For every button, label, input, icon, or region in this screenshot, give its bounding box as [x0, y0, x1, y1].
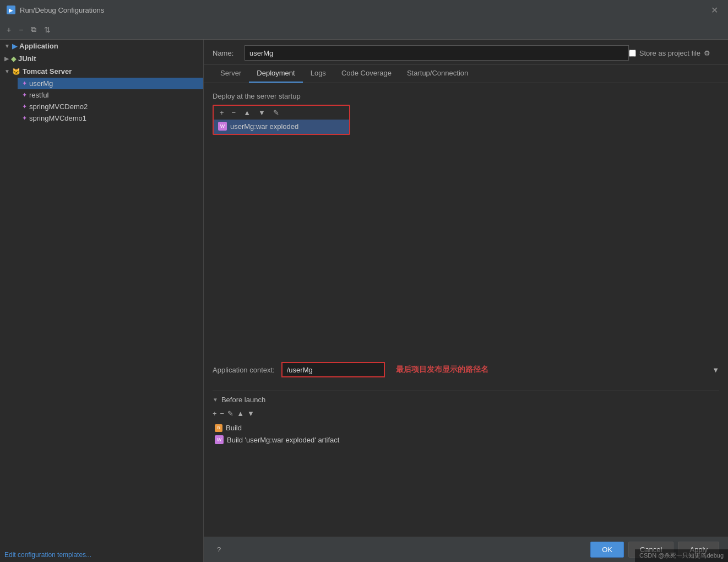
bl-add-button[interactable]: +: [213, 409, 217, 418]
sidebar-item-restful[interactable]: ✦ restful: [18, 89, 203, 101]
before-launch-toolbar: + − ✎ ▲ ▼: [213, 407, 719, 420]
bl-remove-button[interactable]: −: [220, 409, 225, 418]
copy-config-button[interactable]: ⧉: [29, 24, 39, 35]
artifact-icon: ✦: [22, 115, 27, 122]
chevron-icon: ▼: [4, 43, 10, 49]
help-button[interactable]: ?: [213, 542, 225, 557]
bl-up-button[interactable]: ▲: [237, 409, 244, 418]
context-input[interactable]: [281, 362, 385, 377]
watermark: CSDN @杀死一只知更鸟debug: [635, 549, 728, 562]
deploy-section-title: Deploy at the server startup: [213, 92, 719, 100]
config-toolbar: + − ⧉ ⇅: [0, 20, 728, 40]
application-section-label: Application: [19, 42, 58, 50]
sidebar-item-springmvcdemo2[interactable]: ✦ springMVCDemo2: [18, 101, 203, 112]
gear-icon[interactable]: ⚙: [704, 49, 710, 57]
deploy-remove-button[interactable]: −: [230, 108, 238, 117]
sidebar-section-junit[interactable]: ▶ ◆ JUnit: [0, 52, 203, 65]
name-input[interactable]: [245, 45, 629, 61]
title-bar: ▶ Run/Debug Configurations ✕: [0, 0, 728, 20]
sidebar-item-label: userMg: [29, 79, 53, 88]
junit-icon: ◆: [11, 55, 16, 63]
artifact-icon: ✦: [22, 91, 27, 99]
before-launch-item-artifact[interactable]: W Build 'userMg:war exploded' artifact: [213, 434, 719, 446]
artifact-icon: ✦: [22, 80, 27, 87]
chevron-icon: ▶: [4, 56, 9, 62]
remove-config-button[interactable]: −: [17, 24, 25, 35]
content-area: Name: Store as project file ⚙ Server Dep…: [204, 40, 728, 562]
sort-config-button[interactable]: ⇅: [42, 24, 53, 35]
name-label: Name:: [213, 49, 240, 57]
edit-templates-link[interactable]: Edit configuration templates...: [0, 548, 203, 562]
sidebar-section-application[interactable]: ▼ ▶ Application: [0, 40, 203, 52]
sidebar-item-usermg[interactable]: ✦ userMg: [18, 78, 203, 89]
bottom-left: ?: [213, 542, 225, 557]
main-area: ▼ ▶ Application ▶ ◆ JUnit ▼ 🐱 Tomcat Ser…: [0, 40, 728, 562]
tab-startup[interactable]: Startup/Connection: [399, 64, 476, 83]
artifact-war-icon: W: [215, 435, 224, 444]
store-label: Store as project file: [639, 49, 700, 57]
store-row: Store as project file ⚙: [629, 49, 719, 57]
tomcat-section-label: Tomcat Server: [23, 67, 72, 75]
before-launch-chevron: ▼: [213, 397, 218, 403]
application-icon: ▶: [12, 42, 17, 50]
name-area: Name: Store as project file ⚙: [204, 40, 728, 64]
build-label: Build: [226, 424, 242, 432]
add-config-button[interactable]: +: [4, 24, 13, 35]
artifact-icon: ✦: [22, 103, 27, 110]
context-row: Application context: 最后项目发布显示的路径名 ▼: [213, 362, 719, 386]
deploy-box: + − ▲ ▼ ✎ W userMg:war exploded: [213, 105, 350, 135]
sidebar-item-label: restful: [29, 91, 48, 99]
tab-deployment[interactable]: Deployment: [249, 64, 302, 83]
deployment-content: Deploy at the server startup + − ▲ ▼ ✎ W: [204, 83, 728, 537]
junit-section-label: JUnit: [18, 55, 36, 63]
bl-down-button[interactable]: ▼: [247, 409, 254, 418]
deploy-item-label: userMg:war exploded: [230, 122, 298, 131]
sidebar-section-tomcat[interactable]: ▼ 🐱 Tomcat Server: [0, 65, 203, 78]
tab-logs[interactable]: Logs: [303, 64, 334, 83]
build-icon: B: [215, 424, 222, 432]
deploy-toolbar: + − ▲ ▼ ✎: [214, 106, 349, 120]
dialog-icon: ▶: [7, 6, 15, 14]
build-artifact-label: Build 'userMg:war exploded' artifact: [227, 436, 339, 444]
sidebar-item-label: springMVCDemo2: [29, 102, 88, 111]
sidebar-item-label: springMVCdemo1: [29, 114, 86, 122]
bl-edit-button[interactable]: ✎: [227, 409, 233, 418]
sidebar-item-springmvcdemo1[interactable]: ✦ springMVCdemo1: [18, 112, 203, 124]
before-launch-title: ▼ Before launch: [213, 396, 719, 404]
context-hint-text: 最后项目发布显示的路径名: [396, 365, 488, 375]
title-bar-left: ▶ Run/Debug Configurations: [7, 6, 104, 14]
chevron-icon: ▼: [4, 68, 10, 74]
run-debug-dialog: ▶ Run/Debug Configurations ✕ + − ⧉ ⇅ ▼ ▶…: [0, 0, 728, 562]
before-launch-label: Before launch: [221, 396, 265, 404]
deploy-down-button[interactable]: ▼: [257, 108, 267, 117]
sidebar: ▼ ▶ Application ▶ ◆ JUnit ▼ 🐱 Tomcat Ser…: [0, 40, 204, 562]
deploy-add-button[interactable]: +: [218, 108, 226, 117]
before-launch-section: ▼ Before launch + − ✎ ▲ ▼ B Buil: [213, 391, 719, 446]
context-dropdown-icon[interactable]: ▼: [712, 366, 719, 374]
tab-coverage[interactable]: Code Coverage: [334, 64, 399, 83]
tabs-bar: Server Deployment Logs Code Coverage Sta…: [204, 64, 728, 83]
deploy-item[interactable]: W userMg:war exploded: [214, 120, 349, 134]
store-project-file-checkbox[interactable]: [629, 50, 636, 57]
deploy-up-button[interactable]: ▲: [242, 108, 252, 117]
before-launch-item-build[interactable]: B Build: [213, 422, 719, 434]
context-label: Application context:: [213, 366, 275, 374]
close-button[interactable]: ✕: [708, 4, 721, 17]
tomcat-icon: 🐱: [12, 68, 20, 75]
ok-button[interactable]: OK: [590, 542, 624, 558]
dialog-title: Run/Debug Configurations: [20, 6, 104, 14]
deploy-edit-button[interactable]: ✎: [271, 108, 281, 117]
war-icon: W: [218, 122, 227, 131]
tab-server[interactable]: Server: [213, 64, 249, 83]
